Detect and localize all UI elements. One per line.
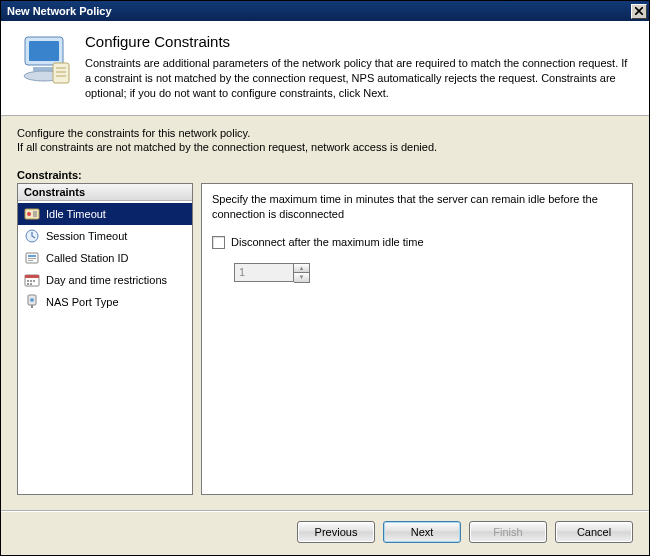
intro-text: Configure the constraints for this netwo… — [17, 126, 633, 156]
intro-line-1: Configure the constraints for this netwo… — [17, 126, 633, 141]
cancel-button[interactable]: Cancel — [555, 521, 633, 543]
disconnect-checkbox-label: Disconnect after the maximum idle time — [231, 236, 424, 248]
wizard-buttons: Previous Next Finish Cancel — [297, 521, 633, 543]
constraint-item-label: NAS Port Type — [46, 296, 119, 309]
constraint-item-icon — [24, 250, 40, 266]
svg-point-9 — [27, 212, 31, 216]
constraint-item-label: Idle Timeout — [46, 208, 106, 221]
constraints-list-header: Constraints — [18, 184, 192, 201]
disconnect-checkbox[interactable] — [212, 236, 225, 249]
spinner-up-button: ▲ — [294, 264, 309, 273]
constraint-item-icon — [24, 228, 40, 244]
idle-minutes-spinner: ▲ ▼ — [234, 263, 622, 283]
constraint-item-icon — [24, 206, 40, 222]
svg-rect-14 — [28, 260, 33, 261]
constraint-item-label: Day and time restrictions — [46, 274, 167, 287]
svg-rect-4 — [53, 63, 69, 83]
constraints-label: Constraints: — [17, 169, 633, 181]
page-description: Constraints are additional parameters of… — [85, 56, 631, 101]
separator — [1, 510, 649, 511]
svg-point-19 — [30, 298, 34, 302]
constraint-item-nas-port-type[interactable]: NAS Port Type — [18, 291, 192, 313]
svg-rect-12 — [28, 255, 36, 257]
svg-rect-16 — [25, 275, 39, 278]
spinner-down-button: ▼ — [294, 273, 309, 282]
constraint-item-session-timeout[interactable]: Session Timeout — [18, 225, 192, 247]
svg-rect-1 — [29, 41, 59, 61]
svg-rect-2 — [33, 67, 55, 71]
svg-rect-18 — [31, 305, 33, 308]
close-button[interactable] — [631, 4, 647, 19]
previous-button[interactable]: Previous — [297, 521, 375, 543]
intro-line-2: If all constraints are not matched by th… — [17, 140, 633, 155]
constraint-item-icon — [24, 294, 40, 310]
wizard-header: Configure Constraints Constraints are ad… — [1, 21, 649, 116]
constraint-item-day-and-time-restrictions[interactable]: Day and time restrictions — [18, 269, 192, 291]
page-heading: Configure Constraints — [85, 33, 631, 50]
finish-button: Finish — [469, 521, 547, 543]
svg-rect-13 — [28, 258, 36, 259]
constraint-detail-panel: Specify the maximum time in minutes that… — [201, 183, 633, 495]
constraint-item-idle-timeout[interactable]: Idle Timeout — [18, 203, 192, 225]
policy-icon — [19, 33, 73, 89]
constraint-item-called-station-id[interactable]: Called Station ID — [18, 247, 192, 269]
title-bar: New Network Policy — [1, 1, 649, 21]
detail-description: Specify the maximum time in minutes that… — [212, 192, 622, 222]
constraints-list-panel: Constraints Idle TimeoutSession TimeoutC… — [17, 183, 193, 495]
constraint-item-label: Session Timeout — [46, 230, 127, 243]
window-title: New Network Policy — [7, 5, 112, 17]
next-button[interactable]: Next — [383, 521, 461, 543]
constraint-item-label: Called Station ID — [46, 252, 129, 265]
constraint-item-icon — [24, 272, 40, 288]
idle-minutes-input — [234, 263, 294, 282]
